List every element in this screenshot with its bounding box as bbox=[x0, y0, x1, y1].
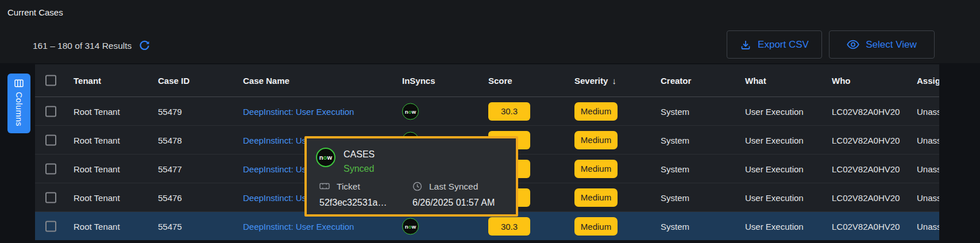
cell-case-id: 55477 bbox=[158, 164, 182, 173]
refresh-icon[interactable] bbox=[139, 40, 150, 51]
cell-tenant: Root Tenant bbox=[74, 106, 120, 116]
results-count: 161 – 180 of 314 Results bbox=[33, 41, 132, 51]
cell-assigned: Unassigned bbox=[917, 192, 939, 202]
severity-badge: Medium bbox=[574, 102, 618, 121]
columns-tab-label: Columns bbox=[14, 92, 24, 126]
cell-tenant: Root Tenant bbox=[74, 192, 120, 202]
severity-badge: Medium bbox=[574, 160, 618, 178]
cell-creator: System bbox=[661, 106, 689, 116]
header-creator[interactable]: Creator bbox=[661, 76, 691, 86]
servicenow-now-logo: now bbox=[316, 148, 335, 167]
cell-assigned: Unassigned bbox=[917, 164, 939, 173]
export-csv-label: Export CSV bbox=[758, 39, 809, 51]
row-checkbox[interactable] bbox=[45, 134, 56, 145]
sort-desc-arrow: ↓ bbox=[612, 76, 616, 86]
case-name-link[interactable]: DeepInstinct: User Execution bbox=[243, 106, 354, 116]
last-synced-label: Last Synced bbox=[429, 182, 478, 192]
cell-what: User Execution bbox=[745, 192, 804, 202]
header-what[interactable]: What bbox=[745, 76, 766, 86]
header-insyncs[interactable]: InSyncs bbox=[402, 76, 435, 86]
cell-assigned: Unassigned bbox=[917, 135, 939, 145]
select-view-label: Select View bbox=[866, 39, 917, 51]
severity-badge: Medium bbox=[574, 188, 618, 207]
cell-what: User Execution bbox=[745, 106, 804, 116]
row-checkbox[interactable] bbox=[45, 163, 56, 174]
last-synced-value: 6/26/2025 01:57 AM bbox=[412, 198, 495, 208]
select-all-checkbox[interactable] bbox=[45, 75, 56, 86]
clock-icon bbox=[412, 182, 422, 191]
cell-what: User Execution bbox=[745, 164, 804, 173]
table-row[interactable]: Root Tenant 55479 DeepInstinct: User Exe… bbox=[35, 97, 939, 126]
table-header-row: Tenant Case ID Case Name InSyncs Score S… bbox=[35, 64, 939, 97]
eye-icon bbox=[847, 40, 859, 49]
cell-who: LC02V82A0HV20 bbox=[832, 192, 905, 202]
ticket-icon bbox=[319, 182, 330, 190]
cell-creator: System bbox=[661, 222, 689, 232]
results-row: 161 – 180 of 314 Results bbox=[33, 40, 150, 51]
cell-tenant: Root Tenant bbox=[74, 222, 120, 232]
score-badge: 30.3 bbox=[488, 217, 530, 236]
ticket-value: 52f3ec32531a… bbox=[319, 198, 387, 208]
header-severity[interactable]: Severity↓ bbox=[574, 76, 616, 86]
cell-case-id: 55478 bbox=[158, 135, 182, 145]
header-tenant[interactable]: Tenant bbox=[74, 76, 101, 86]
export-csv-button[interactable]: Export CSV bbox=[727, 30, 822, 59]
cell-who: LC02V82A0HV20 bbox=[832, 135, 905, 145]
cell-tenant: Root Tenant bbox=[74, 164, 120, 173]
cell-creator: System bbox=[661, 192, 689, 202]
severity-badge: Medium bbox=[574, 131, 618, 149]
cell-case-id: 55475 bbox=[158, 222, 182, 232]
cell-case-id: 55476 bbox=[158, 192, 182, 202]
top-bar: Current Cases 161 – 180 of 314 Results E… bbox=[0, 0, 980, 63]
cell-what: User Execution bbox=[745, 135, 804, 145]
tooltip-sync-status: Synced bbox=[344, 164, 374, 174]
severity-badge: Medium bbox=[574, 217, 618, 236]
cell-tenant: Root Tenant bbox=[74, 135, 120, 145]
header-who[interactable]: Who bbox=[832, 76, 850, 86]
header-case-name[interactable]: Case Name bbox=[243, 76, 290, 86]
ticket-label: Ticket bbox=[337, 182, 360, 192]
cell-case-id: 55479 bbox=[158, 106, 182, 116]
row-checkbox[interactable] bbox=[45, 106, 56, 117]
download-icon bbox=[740, 39, 751, 51]
columns-tab-button[interactable]: Columns bbox=[7, 74, 30, 133]
cell-assigned: Unassigned bbox=[917, 222, 939, 232]
cell-what: User Execution bbox=[745, 222, 804, 232]
page-title: Current Cases bbox=[7, 7, 63, 17]
insync-tooltip: now CASES Synced Ticket Last Synced 52f3… bbox=[304, 136, 518, 217]
cell-assigned: Unassigned bbox=[917, 106, 939, 116]
tooltip-source: CASES bbox=[344, 149, 375, 160]
columns-icon bbox=[14, 79, 24, 87]
cell-who: LC02V82A0HV20 bbox=[832, 106, 905, 116]
current-cases-page: Current Cases 161 – 180 of 314 Results E… bbox=[0, 0, 980, 243]
row-checkbox[interactable] bbox=[45, 192, 56, 203]
case-name-link[interactable]: DeepInstinct: User Execution bbox=[243, 222, 354, 232]
servicenow-now-icon[interactable]: now bbox=[402, 218, 419, 235]
cell-who: LC02V82A0HV20 bbox=[832, 164, 905, 173]
header-case-id[interactable]: Case ID bbox=[158, 76, 190, 86]
cell-who: LC02V82A0HV20 bbox=[832, 222, 905, 232]
header-assigned[interactable]: Assigned bbox=[917, 76, 939, 86]
select-view-button[interactable]: Select View bbox=[829, 30, 935, 59]
row-checkbox[interactable] bbox=[45, 221, 56, 232]
cell-creator: System bbox=[661, 164, 689, 173]
header-score[interactable]: Score bbox=[488, 76, 512, 86]
servicenow-now-icon[interactable]: now bbox=[402, 103, 419, 119]
cell-creator: System bbox=[661, 135, 689, 145]
score-badge: 30.3 bbox=[488, 102, 530, 121]
